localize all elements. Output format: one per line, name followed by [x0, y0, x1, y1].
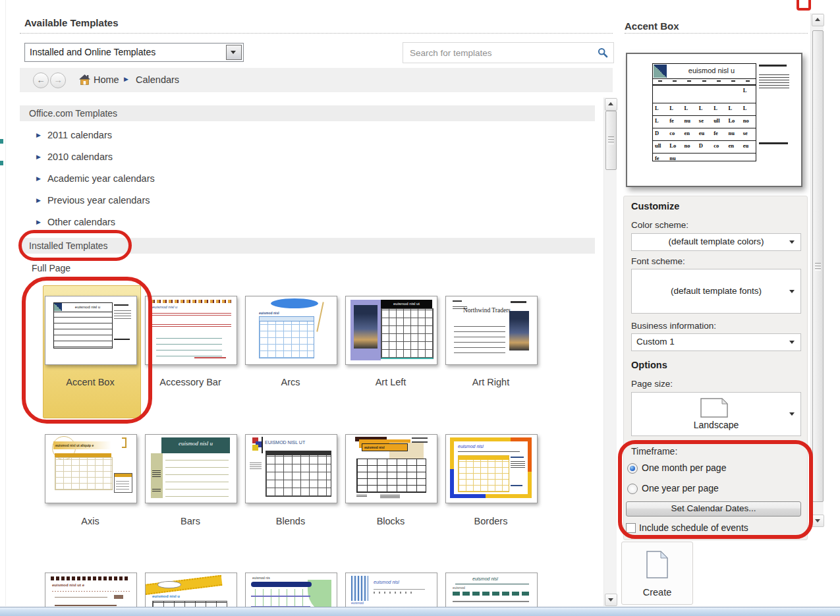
- customize-header: Customize: [631, 201, 679, 211]
- preview-footer-text: [759, 142, 788, 144]
- scroll-down-button[interactable]: [812, 515, 824, 527]
- scroll-up-button[interactable]: [605, 98, 617, 111]
- annotation-mark-top-right: [797, 0, 811, 11]
- template-label: Blocks: [341, 516, 441, 526]
- section-label: Office.com Templates: [29, 108, 117, 119]
- template-label: Bars: [140, 516, 240, 526]
- breadcrumb-current[interactable]: Calendars: [136, 74, 179, 85]
- scroll-down-button[interactable]: [605, 594, 617, 606]
- breadcrumb-separator-icon: ▶: [124, 76, 128, 82]
- search-icon[interactable]: [598, 47, 608, 58]
- left-edge-mark: [0, 161, 3, 165]
- chevron-down-icon: [789, 341, 795, 344]
- template-thumbnail-art-right[interactable]: Northwind Traders: [445, 296, 538, 365]
- preview-calendar-title: euismod nisl u: [667, 67, 756, 74]
- expand-arrow-icon: ▶: [36, 154, 41, 160]
- font-scheme-dropdown[interactable]: (default template fonts): [631, 269, 801, 314]
- divider: [20, 33, 613, 34]
- search-box[interactable]: [403, 42, 614, 63]
- divider: [625, 33, 808, 34]
- window-bottom-border: [0, 607, 840, 616]
- thumb-title: euismod nisl u: [161, 441, 230, 446]
- thumb-title: Northwind Traders: [463, 307, 509, 314]
- thumb-title: euismod nisl ut: [381, 302, 432, 306]
- preview-sidebar-text: [759, 65, 787, 67]
- template-label: Accessory Bar: [140, 377, 240, 387]
- forward-button[interactable]: →: [50, 72, 66, 88]
- business-info-dropdown[interactable]: Custom 1: [631, 333, 801, 351]
- options-header: Options: [631, 360, 667, 370]
- thumb-photo: [354, 305, 378, 349]
- page-title: Available Templates: [24, 17, 119, 28]
- template-label: Borders: [441, 516, 541, 526]
- template-preview: euismod nisl u L LLLLLLL LfenuseullLono …: [626, 53, 802, 187]
- landscape-page-icon: [700, 398, 728, 418]
- home-icon: [79, 74, 90, 85]
- accent-corner-icon: [653, 64, 667, 78]
- office-list-item-other[interactable]: ▶Other calendars: [36, 216, 115, 228]
- chevron-down-icon: [789, 290, 795, 293]
- chevron-down-icon: [231, 51, 236, 54]
- preview-calendar: euismod nisl u L LLLLLLL LfenuseullLono …: [652, 63, 756, 161]
- preview-sidebar-text: [759, 74, 789, 88]
- navigation-bar: ← → Home ▶ Calendars: [20, 68, 613, 92]
- color-scheme-label: Color scheme:: [631, 220, 688, 230]
- template-source-value: Installed and Online Templates: [30, 47, 155, 57]
- template-thumbnail-arcs[interactable]: euismod nisl: [245, 296, 337, 365]
- expand-arrow-icon: ▶: [36, 175, 41, 182]
- template-thumbnail-blocks[interactable]: euismod nisl: [345, 434, 437, 503]
- expand-arrow-icon: ▶: [36, 219, 41, 225]
- office-list-item-previous[interactable]: ▶Previous year calendars: [36, 194, 150, 206]
- scrollbar-thumb[interactable]: [812, 30, 824, 502]
- template-label: Art Right: [441, 377, 541, 387]
- page-size-dropdown[interactable]: Landscape: [631, 392, 801, 436]
- create-button-label: Create: [622, 587, 692, 598]
- section-office-templates: Office.com Templates: [20, 105, 595, 121]
- expand-arrow-icon: ▶: [36, 132, 41, 138]
- main-scrollbar[interactable]: [603, 98, 617, 606]
- template-thumbnail-art-left[interactable]: euismod nisl ut: [345, 296, 437, 365]
- thumb-title: EUISMOD NISL UT: [265, 440, 305, 445]
- chevron-down-icon: [789, 240, 795, 244]
- back-button[interactable]: ←: [33, 72, 49, 88]
- template-source-dropdown[interactable]: Installed and Online Templates: [24, 43, 244, 62]
- create-button[interactable]: Create: [621, 542, 693, 605]
- scroll-up-button[interactable]: [812, 14, 824, 26]
- thumb-title: euismod nisl: [458, 444, 484, 449]
- template-thumbnail-blends[interactable]: EUISMOD NISL UT: [245, 434, 337, 503]
- office-list-item-academic[interactable]: ▶Academic year calendars: [36, 173, 155, 184]
- template-label: Blends: [240, 516, 341, 526]
- template-label: Arcs: [240, 377, 341, 387]
- office-list-item-2011[interactable]: ▶2011 calendars: [36, 129, 112, 141]
- color-scheme-dropdown[interactable]: (default template colors): [631, 233, 801, 251]
- dropdown-button[interactable]: [226, 45, 242, 60]
- template-thumbnail-axis[interactable]: euismod nisl ut aliquip e: [45, 434, 137, 503]
- annotation-circle-accent-box: [22, 277, 152, 424]
- left-pane-divider: [5, 0, 6, 606]
- panel-scrollbar[interactable]: [810, 13, 824, 527]
- template-thumbnail-bars[interactable]: euismod nisl u: [145, 434, 237, 503]
- template-label: Axis: [40, 516, 140, 526]
- template-thumbnail-borders[interactable]: euismod nisl: [445, 434, 538, 503]
- annotation-circle-timeframe: [618, 440, 813, 539]
- breadcrumb-home[interactable]: Home: [94, 74, 119, 85]
- new-document-icon: [646, 551, 668, 578]
- annotation-circle-installed-templates: [18, 230, 132, 261]
- subsection-full-page: Full Page: [32, 263, 70, 273]
- office-list-item-2010[interactable]: ▶2010 calendars: [36, 151, 113, 163]
- scrollbar-thumb[interactable]: [605, 111, 617, 170]
- thumb-photo: [509, 311, 529, 350]
- publisher-new-template-window: Available Templates Installed and Online…: [0, 0, 840, 616]
- template-label: Art Left: [341, 377, 441, 387]
- expand-arrow-icon: ▶: [36, 197, 41, 204]
- business-info-label: Business information:: [631, 321, 716, 331]
- left-edge-mark: [0, 139, 3, 144]
- search-input[interactable]: [408, 46, 589, 59]
- chevron-down-icon: [789, 412, 795, 416]
- preview-day-header: [653, 79, 756, 85]
- template-thumbnail-accessory-bar[interactable]: euismod nisl u: [145, 296, 237, 365]
- font-scheme-label: Font scheme:: [631, 256, 685, 266]
- page-size-label: Page size:: [631, 379, 673, 389]
- selected-template-title: Accent Box: [625, 20, 679, 32]
